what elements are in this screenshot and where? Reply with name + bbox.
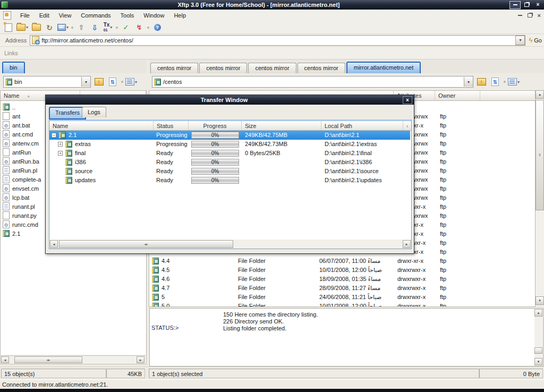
scroll-up-button[interactable]: ▴	[534, 309, 542, 317]
column-local-path[interactable]: Local Path	[321, 121, 403, 130]
file-owner: ftp	[440, 139, 446, 148]
mdi-close-icon[interactable]: ×	[538, 12, 541, 19]
transfer-status: Ready	[156, 176, 188, 185]
menu-window[interactable]: Window	[139, 11, 169, 20]
collapse-icon[interactable]: −	[52, 133, 56, 138]
scroll-down-button[interactable]: ▾	[536, 296, 544, 305]
scroll-up-button[interactable]: ▴	[536, 90, 544, 99]
remote-header-owner[interactable]: Owner	[435, 91, 480, 100]
mdi-minimize-icon[interactable]	[518, 15, 522, 16]
scroll-left-button[interactable]: ◂	[1, 356, 9, 363]
transfer-row[interactable]: sourceReady0%D:\ant\bin\2.1\source	[49, 167, 410, 176]
scroll-down-button[interactable]: ▾	[534, 358, 542, 365]
column-progress[interactable]: Progress	[189, 121, 242, 130]
file-owner: ftp	[440, 112, 446, 121]
remote-views-button[interactable]: ▾	[508, 76, 520, 87]
scroll-right-button[interactable]: ▸	[403, 240, 411, 248]
toolbar-separator	[71, 27, 73, 29]
transfer-row[interactable]: +extrasProgressing0%249KB/42.73MBD:\ant\…	[49, 140, 410, 149]
menu-help[interactable]: Help	[169, 11, 191, 20]
new-session-button[interactable]	[3, 22, 14, 33]
pane-status-row: 15 object(s) 45KB 1 object(s) selected 0…	[0, 367, 544, 380]
remote-tab-centos-mirror-2[interactable]: centos mirror	[199, 63, 247, 73]
remote-tab-active[interactable]: mirror.atlanticmetro.net	[346, 62, 421, 73]
file-name: antRun	[12, 149, 31, 156]
address-input[interactable]: ftp://mirror.atlanticmetro.net/centos/ ▾	[30, 35, 525, 46]
table-row[interactable]: 4.6File Folder18/09/2008, 01:35 مساءًdrw…	[149, 275, 535, 284]
log-scrollbar-vertical[interactable]: ▴ ▾	[534, 309, 542, 365]
table-row[interactable]: 5.0File Folder10/01/2008, 12:00 صباحاًdr…	[149, 302, 535, 307]
table-row[interactable]: 4.4File Folder06/07/2007, 11:00 مساءًdrw…	[149, 257, 535, 266]
transfer-status: Ready	[156, 167, 188, 176]
close-button[interactable]: ×	[533, 2, 543, 8]
disconnect-button[interactable]	[31, 22, 41, 33]
tab-logs[interactable]: Logs	[82, 107, 106, 117]
transfer-row[interactable]: +finalReady0%0 Bytes/25KBD:\ant\bin\2.1\…	[49, 149, 410, 158]
remote-scrollbar-vertical[interactable]: ▴ ⇕ ▾	[536, 90, 544, 305]
local-scrollbar-horizontal[interactable]: ◂ ◂▸ ▸	[0, 355, 147, 364]
scrollbar-thumb[interactable]	[534, 347, 542, 354]
log-line: 150 Here comes the directory listing.	[223, 311, 318, 318]
remote-up-folder-button[interactable]: ↑	[475, 76, 487, 87]
scroll-left-button[interactable]: ◂	[50, 240, 58, 248]
remote-tab-centos-mirror-4[interactable]: centos mirror	[298, 63, 345, 73]
file-attributes: drwxrwxr-x	[397, 302, 426, 307]
file-owner: ftp	[440, 266, 446, 275]
tab-transfers[interactable]: Transfers	[49, 107, 86, 120]
column-name[interactable]: Name	[49, 121, 154, 130]
dialog-title-bar[interactable]: Transfer Window ×	[46, 95, 414, 105]
address-dropdown-button[interactable]: ▾	[515, 36, 525, 45]
file-icon	[3, 211, 10, 219]
menu-view[interactable]: View	[54, 11, 76, 20]
menu-file[interactable]: File	[15, 11, 35, 20]
table-row[interactable]: 4.5File Folder10/01/2008, 12:00 صباحاًdr…	[149, 266, 535, 275]
remote-path-combo[interactable]: /centos ▾	[152, 76, 473, 88]
local-up-folder-button[interactable]: ↑	[93, 76, 105, 87]
local-size-total: 45KB	[106, 369, 145, 378]
transfer-row[interactable]: −2.1Progressing0%249KB/42.75MBD:\ant\bin…	[49, 131, 410, 140]
transfer-row[interactable]: updatesReady0%D:\ant\bin\2.1\updates	[49, 176, 410, 185]
status-prompt-label: STATUS:>	[151, 325, 178, 331]
open-button[interactable]: ▾	[16, 22, 28, 33]
go-button[interactable]: ϟ Go	[529, 36, 542, 44]
table-row[interactable]: 5File Folder24/06/2008, 11:21 صباحاًdrwx…	[149, 293, 535, 302]
remote-refresh-button[interactable]: ⇅	[489, 76, 501, 87]
minimize-button[interactable]	[509, 1, 521, 9]
expand-icon[interactable]: +	[58, 151, 63, 156]
local-views-button[interactable]: ▾	[125, 76, 137, 87]
help-button[interactable]: ?	[152, 22, 163, 33]
column-status[interactable]: Status	[154, 121, 189, 130]
local-refresh-button[interactable]: ⇅	[107, 76, 118, 87]
upload-button[interactable]: ⇧	[76, 22, 87, 33]
remote-path-dropdown[interactable]: ▾	[464, 77, 473, 87]
column-size[interactable]: Size	[242, 121, 321, 130]
expand-icon[interactable]: +	[58, 142, 63, 147]
transfer-window-button[interactable]: Tx01▾	[103, 22, 113, 33]
scrollbar-thumb[interactable]: ◂▸	[14, 356, 82, 363]
menu-edit[interactable]: Edit	[35, 11, 54, 20]
column-scroll-indicator[interactable]: ‹	[403, 121, 410, 130]
mdi-restore-icon[interactable]	[528, 13, 532, 18]
remote-tab-centos-mirror-1[interactable]: centos mirror	[150, 63, 198, 73]
local-tab-bin[interactable]: bin	[2, 62, 25, 73]
transfer-row[interactable]: i386Ready0%D:\ant\bin\2.1\i386	[49, 158, 410, 167]
scrollbar-thumb[interactable]: ◂▸	[59, 240, 233, 248]
dialog-close-button[interactable]: ×	[403, 96, 412, 104]
table-row[interactable]: 4.7File Folder28/09/2008, 11:27 مساءًdrw…	[149, 284, 535, 293]
dialog-scrollbar-horizontal[interactable]: ◂ ◂▸ ▸	[49, 240, 411, 249]
scrollbar-thumb[interactable]: ⇕	[536, 100, 544, 210]
local-path-dropdown[interactable]: ▾	[81, 77, 90, 87]
window-layout-button[interactable]: ▾	[57, 22, 69, 33]
scroll-right-button[interactable]: ▸	[137, 356, 144, 363]
restore-button[interactable]	[522, 2, 532, 8]
local-path-combo[interactable]: bin ▾	[3, 76, 91, 88]
transfer-name: i386	[75, 158, 154, 167]
menu-tools[interactable]: Tools	[116, 11, 139, 20]
refresh-button[interactable]: ↻	[44, 22, 55, 33]
download-button[interactable]: ⇩	[89, 22, 100, 33]
cancel-transfer-button[interactable]: ↯	[134, 22, 144, 33]
ok-button[interactable]: ✓	[121, 22, 131, 33]
file-owner: ftp	[440, 293, 446, 302]
remote-tab-centos-mirror-3[interactable]: centos mirror	[248, 63, 296, 73]
menu-commands[interactable]: Commands	[76, 11, 115, 20]
